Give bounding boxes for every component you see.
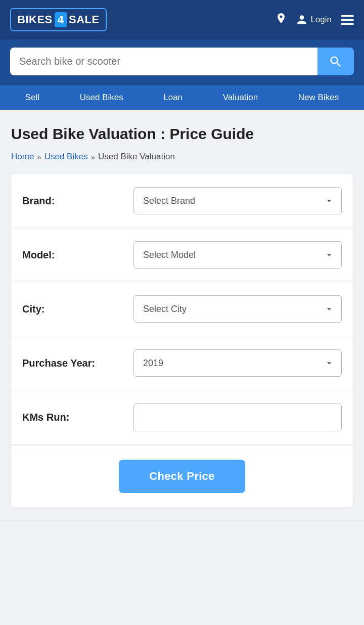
hamburger-line-1 — [341, 15, 354, 17]
location-icon[interactable] — [275, 12, 287, 27]
nav-item-new-bikes[interactable]: New Bikes — [294, 92, 343, 104]
logo-text-bikes: BIKES — [17, 13, 53, 26]
header: BIKES 4 SALE Login — [0, 0, 364, 39]
breadcrumb-current: Used Bike Valuation — [98, 152, 175, 162]
nav-item-used-bikes[interactable]: Used Bikes — [76, 92, 127, 104]
model-select[interactable]: Select Model — [133, 241, 342, 269]
breadcrumb-sep-2: » — [91, 153, 95, 161]
page-title: Used Bike Valuation : Price Guide — [11, 124, 353, 144]
logo-4: 4 — [55, 12, 67, 27]
valuation-form: Brand: Select Brand Model: Select Model … — [11, 174, 353, 507]
button-row: Check Price — [11, 445, 353, 507]
city-row: City: Select City — [11, 282, 353, 336]
footer-bar — [0, 519, 364, 521]
city-label: City: — [22, 303, 123, 315]
city-select[interactable]: Select City — [133, 295, 342, 323]
nav-item-valuation[interactable]: Valuation — [219, 92, 262, 104]
search-bar — [0, 39, 364, 85]
logo[interactable]: BIKES 4 SALE — [10, 8, 107, 31]
brand-row: Brand: Select Brand — [11, 174, 353, 228]
logo-text-sale: SALE — [69, 13, 100, 26]
search-input[interactable] — [10, 48, 317, 75]
kms-run-input[interactable] — [133, 404, 342, 431]
login-button[interactable]: Login — [296, 14, 332, 25]
login-label: Login — [310, 15, 332, 25]
breadcrumb-home[interactable]: Home — [11, 152, 34, 162]
breadcrumb-sep-1: » — [37, 153, 41, 161]
search-icon — [329, 55, 343, 69]
hamburger-line-2 — [341, 19, 354, 21]
model-row: Model: Select Model — [11, 228, 353, 282]
brand-label: Brand: — [22, 195, 123, 207]
check-price-button[interactable]: Check Price — [119, 460, 245, 493]
nav-item-sell[interactable]: Sell — [21, 92, 43, 104]
purchase-year-label: Purchase Year: — [22, 358, 123, 369]
purchase-year-row: Purchase Year: 2019 2018 2017 2020 2021 … — [11, 336, 353, 390]
breadcrumb: Home » Used Bikes » Used Bike Valuation — [11, 152, 353, 162]
kms-run-row: KMs Run: — [11, 390, 353, 445]
main-content: Used Bike Valuation : Price Guide Home »… — [0, 110, 364, 507]
navigation: Sell Used Bikes Loan Valuation New Bikes — [0, 85, 364, 110]
nav-item-loan[interactable]: Loan — [159, 92, 187, 104]
breadcrumb-used-bikes[interactable]: Used Bikes — [44, 152, 88, 162]
search-button[interactable] — [317, 48, 354, 75]
hamburger-menu[interactable] — [341, 15, 354, 25]
header-icons: Login — [275, 12, 354, 27]
brand-select[interactable]: Select Brand — [133, 187, 342, 214]
model-label: Model: — [22, 249, 123, 261]
kms-run-label: KMs Run: — [22, 412, 123, 423]
purchase-year-select[interactable]: 2019 2018 2017 2020 2021 2022 2023 — [133, 349, 342, 377]
hamburger-line-3 — [341, 23, 354, 25]
